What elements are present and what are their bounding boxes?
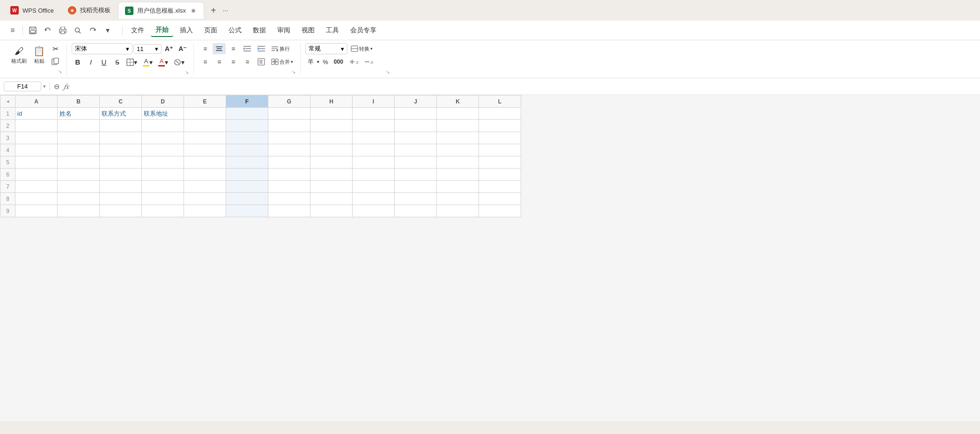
cell-B5[interactable] [58,156,100,169]
cell-B4[interactable] [58,144,100,156]
cell-B1[interactable]: 姓名 [58,108,100,120]
copy-btn[interactable] [49,56,62,67]
currency-btn[interactable]: 羊 [305,56,316,67]
font-color-btn[interactable]: A ▾ [156,56,170,68]
print-btn[interactable] [56,23,70,37]
row-header-2[interactable]: 2 [0,120,15,132]
align-distributed-btn[interactable]: ≡ [241,56,254,67]
corner-cell[interactable]: ◂ [0,96,15,108]
cell-A5[interactable] [15,156,58,169]
align-bottom-right-btn[interactable]: ≡ [227,56,240,67]
cell-L7[interactable] [479,181,521,193]
cell-G8[interactable] [268,193,310,205]
spreadsheet-container[interactable]: ◂ A B C D E F G H I J K L 1id姓名联系方式联系地址2… [0,95,980,421]
cell-G5[interactable] [268,156,310,169]
menu-tools[interactable]: 工具 [321,24,344,37]
cell-L6[interactable] [479,169,521,181]
cell-J6[interactable] [395,169,437,181]
cell-F7[interactable] [226,181,268,193]
col-header-I[interactable]: I [353,96,395,108]
border-btn[interactable]: ▾ [124,57,140,67]
row-header-3[interactable]: 3 [0,132,15,144]
cell-J1[interactable] [395,108,437,120]
cut-btn[interactable]: ✂ [49,43,62,55]
menu-insert[interactable]: 插入 [175,24,198,37]
col-header-E[interactable]: E [184,96,226,108]
row-header-5[interactable]: 5 [0,156,15,169]
cell-D1[interactable]: 联系地址 [142,108,184,120]
cell-I9[interactable] [353,205,395,217]
decimal-decrease-btn[interactable]: .00 [361,57,376,66]
row-header-1[interactable]: 1 [0,108,15,120]
cell-A4[interactable] [15,144,58,156]
cell-E3[interactable] [184,132,226,144]
cell-G6[interactable] [268,169,310,181]
row-header-4[interactable]: 4 [0,144,15,156]
cell-C8[interactable] [100,193,142,205]
fill-color-btn[interactable]: A ▾ [140,56,155,68]
cell-A6[interactable] [15,169,58,181]
cell-H6[interactable] [310,169,353,181]
cell-J3[interactable] [395,132,437,144]
cell-H9[interactable] [310,205,353,217]
cell-ref-dropdown[interactable]: ▾ [43,83,46,89]
cell-K2[interactable] [437,120,479,132]
cell-H7[interactable] [310,181,353,193]
cell-L5[interactable] [479,156,521,169]
cell-L9[interactable] [479,205,521,217]
cell-L3[interactable] [479,132,521,144]
cell-F6[interactable] [226,169,268,181]
cell-G3[interactable] [268,132,310,144]
convert-btn[interactable]: 转换 ▾ [348,44,375,54]
cell-A7[interactable] [15,181,58,193]
tab-wps[interactable]: W WPS Office [4,2,60,19]
cell-E7[interactable] [184,181,226,193]
font-size-increase-btn[interactable]: A⁺ [162,44,175,54]
cell-F2[interactable] [226,120,268,132]
cell-E2[interactable] [184,120,226,132]
cell-F9[interactable] [226,205,268,217]
cell-K1[interactable] [437,108,479,120]
cell-D5[interactable] [142,156,184,169]
merge-btn[interactable]: 合并 ▾ [269,57,295,67]
font-name-select[interactable]: 宋体 ▾ [72,43,133,54]
cell-J7[interactable] [395,181,437,193]
cell-K8[interactable] [437,193,479,205]
currency-dropdown[interactable]: ▾ [317,59,319,64]
cell-I3[interactable] [353,132,395,144]
cell-J5[interactable] [395,156,437,169]
cell-D7[interactable] [142,181,184,193]
menu-page[interactable]: 页面 [199,24,222,37]
save-btn[interactable] [26,23,40,37]
italic-btn[interactable]: I [85,57,97,67]
col-header-K[interactable]: K [437,96,479,108]
text-direction-btn[interactable]: 竖 [255,56,268,67]
col-header-L[interactable]: L [479,96,521,108]
redo-btn[interactable]: ▾ [101,23,115,37]
menu-home[interactable]: 开始 [151,24,173,37]
cell-C4[interactable] [100,144,142,156]
cell-C6[interactable] [100,169,142,181]
cell-J2[interactable] [395,120,437,132]
cell-ref-input[interactable] [4,81,41,91]
wrap-text-btn[interactable]: 换行 [269,44,292,54]
decimal-increase-btn[interactable]: .0 [346,57,361,66]
row-header-8[interactable]: 8 [0,193,15,205]
align-top-left-btn[interactable]: ≡ [199,43,212,54]
cell-A2[interactable] [15,120,58,132]
row-header-6[interactable]: 6 [0,169,15,181]
underline-btn[interactable]: U [98,57,110,67]
add-tab-btn[interactable]: + [209,4,218,17]
cell-L2[interactable] [479,120,521,132]
cell-H1[interactable] [310,108,353,120]
hamburger-btn[interactable]: ≡ [6,23,20,37]
col-header-F[interactable]: F [226,96,268,108]
row-header-7[interactable]: 7 [0,181,15,193]
cell-E1[interactable] [184,108,226,120]
cell-C5[interactable] [100,156,142,169]
menu-view[interactable]: 视图 [297,24,319,37]
cell-C2[interactable] [100,120,142,132]
cell-K5[interactable] [437,156,479,169]
cell-J9[interactable] [395,205,437,217]
align-top-right-btn[interactable]: ≡ [227,43,240,54]
